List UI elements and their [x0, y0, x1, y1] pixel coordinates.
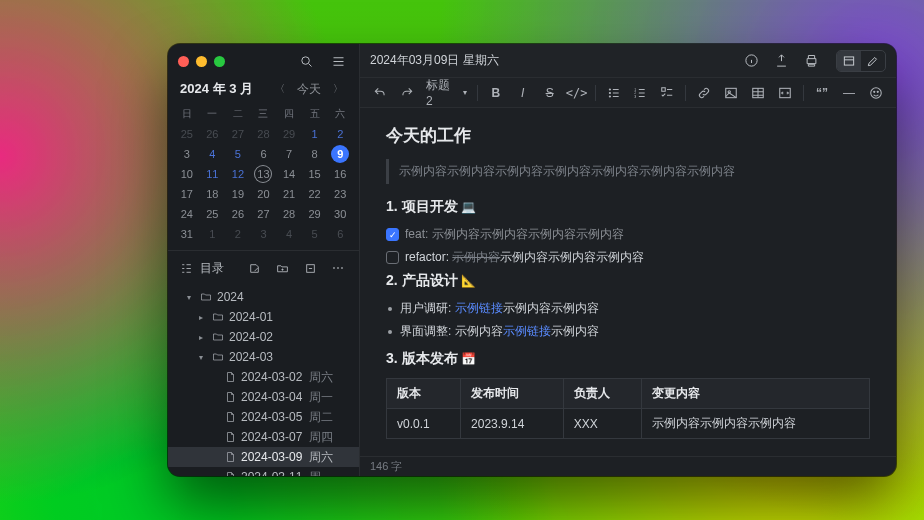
emoji-button[interactable] [864, 81, 888, 105]
maximize-window-button[interactable] [214, 56, 225, 67]
calendar-day[interactable]: 31 [174, 224, 200, 244]
editor-content[interactable]: 今天的工作 示例内容示例内容示例内容示例内容示例内容示例内容示例内容 1. 项目… [360, 108, 896, 456]
calendar-day[interactable]: 3 [174, 144, 200, 164]
calendar-day[interactable]: 15 [302, 164, 328, 184]
tree-item-label: 2024-01 [229, 310, 273, 324]
link[interactable]: 示例链接 [455, 301, 503, 315]
tree-item-sublabel: 周四 [309, 429, 333, 446]
calendar-day[interactable]: 30 [327, 204, 353, 224]
calendar-day[interactable]: 26 [225, 204, 251, 224]
view-mode-toggle[interactable] [836, 50, 886, 72]
ulist-button[interactable] [602, 81, 626, 105]
menu-icon[interactable] [327, 50, 349, 72]
tree-folder[interactable]: ▾2024 [168, 287, 359, 307]
tree-file[interactable]: 2024-03-07 周四 [168, 427, 359, 447]
new-note-button[interactable] [243, 257, 265, 279]
strike-button[interactable]: S [538, 81, 562, 105]
link-button[interactable] [692, 81, 716, 105]
calendar-day[interactable]: 27 [251, 204, 277, 224]
prev-month-button[interactable]: 〈 [271, 80, 289, 98]
tree-folder[interactable]: ▸2024-01 [168, 307, 359, 327]
calendar-day[interactable]: 1 [200, 224, 226, 244]
calendar-day[interactable]: 4 [276, 224, 302, 244]
bold-button[interactable]: B [484, 81, 508, 105]
calendar-day[interactable]: 6 [251, 144, 277, 164]
minimize-window-button[interactable] [196, 56, 207, 67]
quote-button[interactable]: “” [810, 81, 834, 105]
calendar-day[interactable]: 7 [276, 144, 302, 164]
calendar-day[interactable]: 6 [327, 224, 353, 244]
calendar-day[interactable]: 25 [174, 124, 200, 144]
checkbox[interactable]: ✓ [386, 228, 399, 241]
image-button[interactable] [719, 81, 743, 105]
hr-button[interactable]: — [837, 81, 861, 105]
calendar-day[interactable]: 27 [225, 124, 251, 144]
print-icon[interactable] [800, 50, 822, 72]
heading-select[interactable]: 标题 2▾ [422, 81, 471, 105]
table-button[interactable] [746, 81, 770, 105]
calendar-day[interactable]: 18 [200, 184, 226, 204]
link[interactable]: 示例链接 [503, 324, 551, 338]
calendar-day[interactable]: 26 [200, 124, 226, 144]
italic-button[interactable]: I [511, 81, 535, 105]
tree-file[interactable]: 2024-03-04 周一 [168, 387, 359, 407]
calendar-day[interactable]: 16 [327, 164, 353, 184]
tree-folder[interactable]: ▸2024-02 [168, 327, 359, 347]
export-icon[interactable] [770, 50, 792, 72]
calendar-day[interactable]: 22 [302, 184, 328, 204]
calendar-day[interactable]: 11 [200, 164, 226, 184]
calendar-day[interactable]: 14 [276, 164, 302, 184]
codeblock-button[interactable] [773, 81, 797, 105]
tree-folder[interactable]: ▾2024-03 [168, 347, 359, 367]
redo-button[interactable] [395, 81, 419, 105]
calendar-day[interactable]: 13 [251, 164, 277, 184]
tree-file[interactable]: 2024-03-05 周二 [168, 407, 359, 427]
new-folder-button[interactable] [271, 257, 293, 279]
task-text: refactor: 示例内容示例内容示例内容示例内容 [405, 249, 644, 266]
undo-button[interactable] [368, 81, 392, 105]
calendar-day[interactable]: 3 [251, 224, 277, 244]
tree-file[interactable]: 2024-03-09 周六 [168, 447, 359, 467]
code-button[interactable]: </> [565, 81, 589, 105]
calendar-day[interactable]: 12 [225, 164, 251, 184]
calendar-day[interactable]: 20 [251, 184, 277, 204]
calendar-day[interactable]: 10 [174, 164, 200, 184]
calendar-day[interactable]: 25 [200, 204, 226, 224]
olist-button[interactable]: 123 [628, 81, 652, 105]
calendar-day[interactable]: 19 [225, 184, 251, 204]
tree-header: 目录 ⋯ [168, 250, 359, 285]
calendar-day[interactable]: 2 [225, 224, 251, 244]
main-pane: 2024年03月09日 星期六 标题 2▾ B I S </> 123 [360, 44, 896, 476]
calendar-day[interactable]: 28 [251, 124, 277, 144]
collapse-button[interactable] [299, 257, 321, 279]
tree-file[interactable]: 2024-03-02 周六 [168, 367, 359, 387]
next-month-button[interactable]: 〉 [329, 80, 347, 98]
calendar-day[interactable]: 5 [225, 144, 251, 164]
calendar-day[interactable]: 17 [174, 184, 200, 204]
checkbox[interactable] [386, 251, 399, 264]
calendar-day[interactable]: 4 [200, 144, 226, 164]
calendar-day[interactable]: 5 [302, 224, 328, 244]
search-icon[interactable] [295, 50, 317, 72]
calendar-day[interactable]: 2 [327, 124, 353, 144]
close-window-button[interactable] [178, 56, 189, 67]
calendar-day[interactable]: 28 [276, 204, 302, 224]
calendar-day[interactable]: 8 [302, 144, 328, 164]
calendar-day[interactable]: 1 [302, 124, 328, 144]
info-icon[interactable] [740, 50, 762, 72]
calendar-day[interactable]: 24 [174, 204, 200, 224]
tree-file[interactable]: 2024-03-11 周一 [168, 467, 359, 476]
calendar-day[interactable]: 29 [276, 124, 302, 144]
calendar-day[interactable]: 21 [276, 184, 302, 204]
tree-item-sublabel: 周六 [309, 449, 333, 466]
calendar-header: 2024 年 3 月 〈 今天 〉 [168, 78, 359, 104]
today-button[interactable]: 今天 [295, 81, 323, 98]
preview-mode-button[interactable] [837, 51, 861, 71]
more-button[interactable]: ⋯ [327, 257, 349, 279]
tree-item-label: 2024-03-04 [241, 390, 302, 404]
edit-mode-button[interactable] [861, 51, 885, 71]
calendar-day[interactable]: 29 [302, 204, 328, 224]
checklist-button[interactable] [655, 81, 679, 105]
calendar-day[interactable]: 9 [327, 144, 353, 164]
calendar-day[interactable]: 23 [327, 184, 353, 204]
